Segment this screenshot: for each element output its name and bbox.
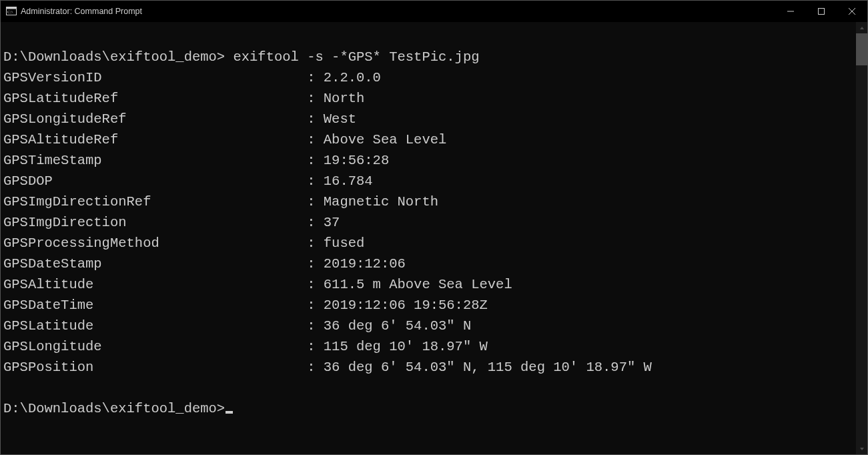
output-value: 611.5 m Above Sea Level: [324, 274, 512, 295]
output-value: 36 deg 6' 54.03" N: [324, 316, 471, 336]
output-key: GPSDateTime: [3, 295, 307, 316]
output-value: West: [324, 109, 356, 129]
output-separator: :: [307, 171, 324, 191]
close-button[interactable]: [837, 1, 867, 22]
output-value: 16.784: [324, 171, 373, 191]
scroll-up-button[interactable]: [856, 22, 867, 33]
output-value: 115 deg 10' 18.97" W: [324, 336, 488, 357]
output-separator: :: [307, 274, 324, 295]
output-row: GPSPosition: 36 deg 6' 54.03" N, 115 deg…: [3, 357, 855, 378]
output-value: Magnetic North: [324, 191, 438, 212]
window-title: Administrator: Command Prompt: [21, 7, 142, 16]
output-value: 37: [324, 212, 340, 233]
blank-line: [3, 26, 855, 47]
output-row: GPSLatitudeRef: North: [3, 88, 855, 109]
output-row: GPSLongitude: 115 deg 10' 18.97" W: [3, 336, 855, 357]
output-separator: :: [307, 233, 324, 254]
output-key: GPSDateStamp: [3, 254, 307, 274]
titlebar[interactable]: C:\ Administrator: Command Prompt: [1, 1, 867, 22]
command-prompt-window: C:\ Administrator: Command Prompt D:\Dow…: [0, 0, 868, 455]
output-row: GPSProcessingMethod: fused: [3, 233, 855, 254]
prompt-line: D:\Downloads\exiftool_demo> exiftool -s …: [3, 47, 855, 67]
output-separator: :: [307, 254, 324, 274]
scroll-down-button[interactable]: [856, 443, 867, 454]
terminal-output[interactable]: D:\Downloads\exiftool_demo> exiftool -s …: [1, 22, 856, 454]
output-value: North: [324, 88, 365, 109]
prompt-line: D:\Downloads\exiftool_demo>: [3, 398, 855, 419]
output-separator: :: [307, 67, 324, 88]
output-separator: :: [307, 357, 324, 378]
output-row: GPSLatitude: 36 deg 6' 54.03" N: [3, 316, 855, 336]
output-key: GPSVersionID: [3, 67, 307, 88]
output-row: GPSAltitude: 611.5 m Above Sea Level: [3, 274, 855, 295]
vertical-scrollbar[interactable]: [856, 22, 867, 454]
output-row: GPSAltitudeRef: Above Sea Level: [3, 129, 855, 150]
output-separator: :: [307, 88, 324, 109]
output-row: GPSDOP: 16.784: [3, 171, 855, 191]
output-value: 2019:12:06: [324, 254, 406, 274]
svg-marker-8: [860, 448, 864, 450]
output-key: GPSAltitudeRef: [3, 129, 307, 150]
output-value: 19:56:28: [324, 150, 389, 171]
prompt-path: D:\Downloads\exiftool_demo>: [3, 49, 225, 65]
svg-marker-7: [860, 27, 864, 29]
client-area: D:\Downloads\exiftool_demo> exiftool -s …: [1, 22, 867, 454]
scroll-thumb[interactable]: [856, 33, 867, 65]
cmd-icon: C:\: [6, 6, 17, 17]
output-key: GPSPosition: [3, 357, 307, 378]
output-key: GPSImgDirectionRef: [3, 191, 307, 212]
prompt-path: D:\Downloads\exiftool_demo>: [3, 401, 225, 416]
output-separator: :: [307, 316, 324, 336]
output-key: GPSTimeStamp: [3, 150, 307, 171]
output-row: GPSTimeStamp: 19:56:28: [3, 150, 855, 171]
output-value: 36 deg 6' 54.03" N, 115 deg 10' 18.97" W: [324, 357, 652, 378]
output-value: fused: [324, 233, 365, 254]
output-separator: :: [307, 150, 324, 171]
blank-line: [3, 378, 855, 398]
svg-rect-4: [819, 9, 825, 15]
output-key: GPSDOP: [3, 171, 307, 191]
output-key: GPSProcessingMethod: [3, 233, 307, 254]
output-separator: :: [307, 129, 324, 150]
output-row: GPSDateStamp: 2019:12:06: [3, 254, 855, 274]
output-value: 2.2.0.0: [324, 67, 381, 88]
output-value: Above Sea Level: [324, 129, 447, 150]
output-row: GPSLongitudeRef: West: [3, 109, 855, 129]
output-row: GPSDateTime: 2019:12:06 19:56:28Z: [3, 295, 855, 316]
text-cursor: [226, 411, 233, 414]
output-key: GPSLatitudeRef: [3, 88, 307, 109]
prompt-command: exiftool -s -*GPS* TestPic.jpg: [225, 49, 479, 65]
output-separator: :: [307, 191, 324, 212]
output-key: GPSLatitude: [3, 316, 307, 336]
output-key: GPSImgDirection: [3, 212, 307, 233]
output-key: GPSAltitude: [3, 274, 307, 295]
output-separator: :: [307, 212, 324, 233]
svg-text:C:\: C:\: [7, 9, 13, 15]
output-separator: :: [307, 109, 324, 129]
minimize-button[interactable]: [775, 1, 806, 22]
output-row: GPSImgDirectionRef: Magnetic North: [3, 191, 855, 212]
output-separator: :: [307, 336, 324, 357]
output-row: GPSVersionID: 2.2.0.0: [3, 67, 855, 88]
output-separator: :: [307, 295, 324, 316]
output-key: GPSLongitude: [3, 336, 307, 357]
maximize-button[interactable]: [806, 1, 837, 22]
output-row: GPSImgDirection: 37: [3, 212, 855, 233]
output-key: GPSLongitudeRef: [3, 109, 307, 129]
output-value: 2019:12:06 19:56:28Z: [324, 295, 488, 316]
